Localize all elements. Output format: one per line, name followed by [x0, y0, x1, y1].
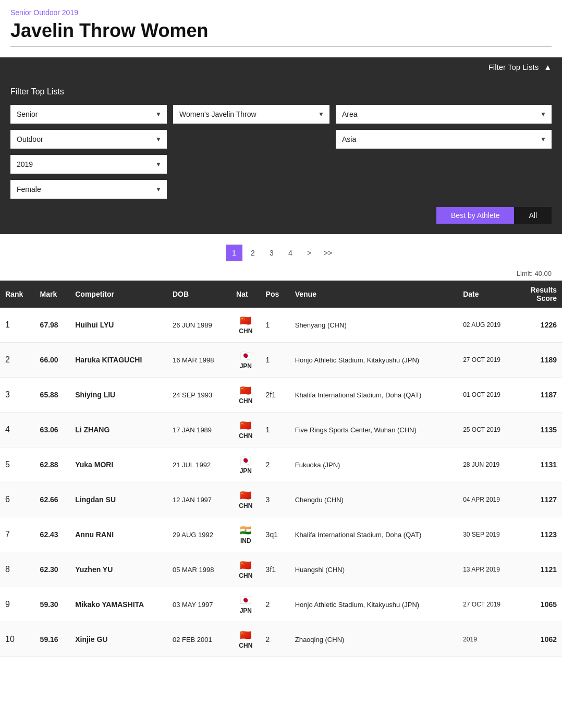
chevron-up-icon: ▲	[544, 63, 552, 71]
table-row: 2 66.00 Haruka KITAGUCHI 16 MAR 1998 🇯🇵 …	[0, 343, 562, 378]
mark-cell: 63.06	[35, 412, 70, 447]
event-select[interactable]: Women's Javelin Throw	[173, 105, 329, 124]
venue-cell: Huangshi (CHN)	[290, 552, 458, 587]
nat-code: JPN	[240, 467, 252, 475]
date-cell: 27 OCT 2019	[458, 343, 517, 378]
col-competitor: Competitor	[70, 281, 167, 308]
flag-icon: 🇨🇳	[236, 629, 255, 641]
page-1-button[interactable]: 1	[226, 245, 242, 261]
page-3-button[interactable]: 3	[263, 245, 280, 261]
next-button[interactable]: >	[301, 245, 317, 261]
last-button[interactable]: >>	[320, 245, 336, 261]
category-select-wrapper: Senior ▼	[10, 105, 167, 124]
score-cell: 1121	[517, 552, 562, 587]
nat-code: CHN	[239, 502, 252, 509]
nat-cell: 🇯🇵 JPN	[231, 587, 261, 622]
mark-cell: 59.16	[35, 622, 70, 657]
score-cell: 1127	[517, 482, 562, 517]
score-cell: 1131	[517, 447, 562, 482]
col-results-score: ResultsScore	[517, 281, 562, 308]
table-row: 7 62.43 Annu RANI 29 AUG 1992 🇮🇳 IND 3q1…	[0, 517, 562, 552]
competitor-cell[interactable]: Yuzhen YU	[70, 552, 167, 587]
event-select-wrapper: Women's Javelin Throw ▼	[173, 105, 329, 124]
competitor-cell[interactable]: Huihui LYU	[70, 308, 167, 343]
mark-cell: 65.88	[35, 378, 70, 412]
best-by-athlete-button[interactable]: Best by Athlete	[436, 207, 514, 224]
area-value-select-wrapper: Asia ▼	[336, 130, 552, 149]
col-mark: Mark	[35, 281, 70, 308]
year-select-wrapper: 2019 ▼	[10, 155, 167, 174]
nat-code: CHN	[239, 642, 252, 649]
area-value-select[interactable]: Asia	[336, 130, 552, 149]
col-date: Date	[458, 281, 517, 308]
page-2-button[interactable]: 2	[245, 245, 261, 261]
competitor-cell[interactable]: Li ZHANG	[70, 412, 167, 447]
venue-type-select[interactable]: Outdoor	[10, 130, 167, 149]
filter-toggle-button[interactable]: Filter Top Lists ▲	[488, 63, 552, 71]
venue-cell: Fukuoka (JPN)	[290, 447, 458, 482]
mark-cell: 62.43	[35, 517, 70, 552]
rank-cell: 4	[0, 412, 35, 447]
pos-cell: 2	[261, 622, 290, 657]
competitor-cell[interactable]: Annu RANI	[70, 517, 167, 552]
table-row: 5 62.88 Yuka MORI 21 JUL 1992 🇯🇵 JPN 2 F…	[0, 447, 562, 482]
flag-icon: 🇯🇵	[236, 455, 255, 466]
pos-cell: 3	[261, 482, 290, 517]
score-cell: 1187	[517, 378, 562, 412]
rank-cell: 2	[0, 343, 35, 378]
date-cell: 02 AUG 2019	[458, 308, 517, 343]
pagination: 1 2 3 4 > >>	[0, 234, 562, 266]
competitor-cell[interactable]: Lingdan SU	[70, 482, 167, 517]
pos-cell: 2f1	[261, 378, 290, 412]
gender-select[interactable]: Female	[10, 180, 167, 199]
competitor-cell[interactable]: Xinjie GU	[70, 622, 167, 657]
filter-col-2: Women's Javelin Throw ▼	[173, 105, 329, 199]
filter-grid: Senior ▼ Outdoor ▼ 2019 ▼ Female	[10, 105, 552, 199]
filter-toggle-bar: Filter Top Lists ▲	[0, 57, 562, 77]
flag-icon: 🇨🇳	[236, 560, 255, 571]
rank-cell: 3	[0, 378, 35, 412]
mark-cell: 59.30	[35, 587, 70, 622]
venue-type-select-wrapper: Outdoor ▼	[10, 130, 167, 149]
nat-code: IND	[240, 537, 251, 544]
venue-cell: Khalifa International Stadium, Doha (QAT…	[290, 378, 458, 412]
mark-cell: 67.98	[35, 308, 70, 343]
competitor-cell[interactable]: Mikako YAMASHITA	[70, 587, 167, 622]
rank-cell: 1	[0, 308, 35, 343]
all-button[interactable]: All	[514, 207, 552, 224]
year-select[interactable]: 2019	[10, 155, 167, 174]
dob-cell: 03 MAY 1997	[167, 587, 231, 622]
senior-label: Senior Outdoor 2019	[10, 8, 552, 17]
flag-icon: 🇨🇳	[236, 315, 255, 326]
area-select[interactable]: Area	[336, 105, 552, 124]
competitor-cell[interactable]: Haruka KITAGUCHI	[70, 343, 167, 378]
flag-icon: 🇯🇵	[236, 350, 255, 361]
date-cell: 30 SEP 2019	[458, 517, 517, 552]
page-4-button[interactable]: 4	[282, 245, 299, 261]
table-row: 8 62.30 Yuzhen YU 05 MAR 1998 🇨🇳 CHN 3f1…	[0, 552, 562, 587]
mark-cell: 62.30	[35, 552, 70, 587]
view-toggle-row: Best by Athlete All	[10, 207, 552, 224]
category-select[interactable]: Senior	[10, 105, 167, 124]
pos-cell: 1	[261, 412, 290, 447]
nat-cell: 🇨🇳 CHN	[231, 412, 261, 447]
mark-cell: 62.66	[35, 482, 70, 517]
nat-cell: 🇨🇳 CHN	[231, 552, 261, 587]
pos-cell: 3f1	[261, 552, 290, 587]
date-cell: 04 APR 2019	[458, 482, 517, 517]
rank-cell: 6	[0, 482, 35, 517]
nat-cell: 🇨🇳 CHN	[231, 378, 261, 412]
venue-cell: Khalifa International Stadium, Doha (QAT…	[290, 517, 458, 552]
col-dob: DOB	[167, 281, 231, 308]
date-cell: 28 JUN 2019	[458, 447, 517, 482]
pos-cell: 3q1	[261, 517, 290, 552]
competitor-cell[interactable]: Shiying LIU	[70, 378, 167, 412]
table-header: Rank Mark Competitor DOB Nat Pos Venue D…	[0, 281, 562, 308]
date-cell: 25 OCT 2019	[458, 412, 517, 447]
flag-icon: 🇨🇳	[236, 490, 255, 501]
competitor-cell[interactable]: Yuka MORI	[70, 447, 167, 482]
col-venue: Venue	[290, 281, 458, 308]
filter-col-1: Senior ▼ Outdoor ▼ 2019 ▼ Female	[10, 105, 167, 199]
venue-cell: Shenyang (CHN)	[290, 308, 458, 343]
nat-cell: 🇨🇳 CHN	[231, 622, 261, 657]
